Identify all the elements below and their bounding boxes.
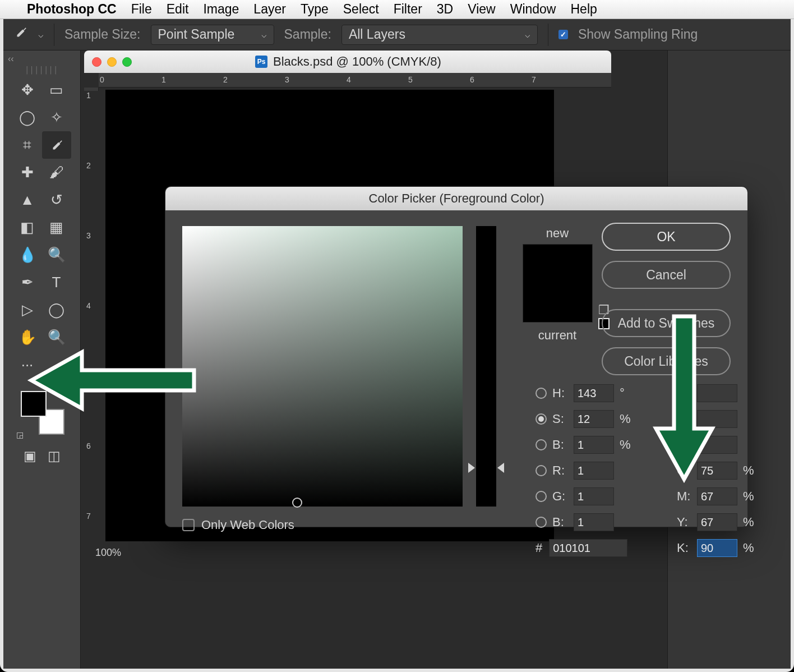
sample-size-label: Sample Size: [64,27,141,42]
l-label: L: [677,386,697,401]
menu-type[interactable]: Type [301,2,329,17]
h-radio[interactable] [536,388,547,399]
dodge-tool-icon[interactable]: 🔍 [42,241,71,269]
g-input[interactable] [574,487,614,505]
sample-value: All Layers [349,27,405,42]
blab-input[interactable] [697,436,737,454]
s-radio[interactable] [536,413,547,425]
marquee-tool-icon[interactable]: ▭ [42,76,71,104]
close-window-icon[interactable] [92,57,101,67]
blur-tool-icon[interactable]: 💧 [13,241,42,269]
h-label: H: [552,386,574,401]
color-libraries-button[interactable]: Color Libraries [602,347,731,375]
menu-edit[interactable]: Edit [167,2,189,17]
g-label: G: [552,489,574,504]
screenmode-icon[interactable]: ◫ [48,448,61,464]
eyedropper-tool-icon[interactable] [13,25,28,44]
more-tools-icon[interactable]: ··· [13,351,42,379]
shape-tool-icon[interactable]: ◯ [42,296,71,324]
hex-input[interactable] [549,539,627,557]
brush-tool-icon[interactable]: 🖌 [42,159,71,186]
ruler-horizontal[interactable]: 0 1 2 3 4 5 6 7 [99,73,611,88]
ps-file-icon: Ps [255,56,267,68]
menu-help[interactable]: Help [570,2,597,17]
b-radio[interactable] [536,439,547,450]
c-input[interactable] [697,462,737,480]
b-label-rgb: B: [552,515,574,530]
h-input[interactable] [574,384,614,402]
b-input-rgb[interactable] [574,513,614,531]
menu-window[interactable]: Window [510,2,556,17]
quick-select-tool-icon[interactable]: ✧ [42,104,71,131]
chevron-down-icon: ⌵ [261,29,267,40]
s-input[interactable] [574,410,614,428]
r-input[interactable] [574,462,614,480]
r-radio[interactable] [536,465,547,476]
eyedropper-tool-icon[interactable] [42,131,71,159]
hue-handle-left-icon[interactable] [468,463,475,473]
new-color-label: new [546,226,569,241]
pen-tool-icon[interactable]: ✒ [13,269,42,296]
l-input[interactable] [697,384,737,402]
cancel-button[interactable]: Cancel [602,261,731,289]
color-field[interactable] [182,226,463,507]
g-radio[interactable] [536,491,547,502]
menu-layer[interactable]: Layer [253,2,286,17]
default-colors-icon[interactable]: ◲ [16,430,24,439]
hue-handle-right-icon[interactable] [497,463,504,473]
foreground-color-swatch[interactable] [21,391,47,417]
lasso-tool-icon[interactable]: ◯ [13,104,42,131]
ruler-vertical[interactable]: 1 2 3 4 5 6 7 [84,88,99,91]
k-label: K: [677,541,697,555]
zoom-level[interactable]: 100% [95,547,121,559]
y-label: Y: [677,515,697,530]
options-bar: ⌵ Sample Size: Point Sample ⌵ Sample: Al… [3,19,791,50]
hue-slider[interactable] [476,226,496,507]
history-brush-tool-icon[interactable]: ↺ [42,186,71,214]
minimize-window-icon[interactable] [107,57,117,67]
sample-dropdown[interactable]: All Layers ⌵ [341,25,538,45]
menu-3d[interactable]: 3D [437,2,453,17]
collapse-chevron-icon[interactable]: ‹‹ [3,54,14,64]
move-tool-icon[interactable]: ✥ [13,76,42,104]
heal-tool-icon[interactable]: ✚ [13,159,42,186]
gradient-tool-icon[interactable]: ▦ [42,214,71,241]
add-to-swatches-button[interactable]: Add to Swatches [602,309,731,337]
quickmask-icon[interactable]: ▣ [24,448,36,464]
swap-colors-icon[interactable]: ⇄ [54,388,61,397]
sample-size-dropdown[interactable]: Point Sample ⌵ [151,25,274,45]
y-input[interactable] [697,513,737,531]
web-colors-checkbox[interactable] [182,519,195,531]
ok-button[interactable]: OK [602,223,731,251]
s-unit: % [620,412,635,426]
h-unit: ° [620,386,635,401]
app-name[interactable]: Photoshop CC [27,2,117,17]
show-ring-checkbox[interactable]: ✓ [558,30,568,39]
menu-filter[interactable]: Filter [394,2,422,17]
eraser-tool-icon[interactable]: ◧ [13,214,42,241]
color-preview-swatch[interactable] [523,244,593,323]
m-input[interactable] [697,487,737,505]
menu-view[interactable]: View [468,2,495,17]
color-field-cursor-icon[interactable] [292,498,302,508]
color-swatch[interactable]: ⇄ ◲ [20,390,64,435]
menu-file[interactable]: File [131,2,152,17]
crop-tool-icon[interactable]: ⌗ [13,131,42,159]
b-input-hsb[interactable] [574,436,614,454]
b-radio-rgb[interactable] [536,517,547,528]
k-input[interactable] [697,539,737,557]
c-unit: % [743,463,759,478]
zoom-window-icon[interactable] [122,57,132,67]
a-input[interactable] [697,410,737,428]
doc-titlebar[interactable]: Ps Blacks.psd @ 100% (CMYK/8) [84,50,611,73]
hand-tool-icon[interactable]: ✋ [13,324,42,351]
type-tool-icon[interactable]: T [42,269,71,296]
stamp-tool-icon[interactable]: ▲ [13,186,42,214]
panel-grip-icon[interactable]: │││││││ [25,66,59,74]
path-select-tool-icon[interactable]: ▷ [13,296,42,324]
tool-preset-chevron-icon[interactable]: ⌵ [38,29,44,40]
menu-select[interactable]: Select [343,2,379,17]
zoom-tool-icon[interactable]: 🔍 [42,324,71,351]
menu-image[interactable]: Image [203,2,239,17]
sample-size-value: Point Sample [158,27,235,42]
